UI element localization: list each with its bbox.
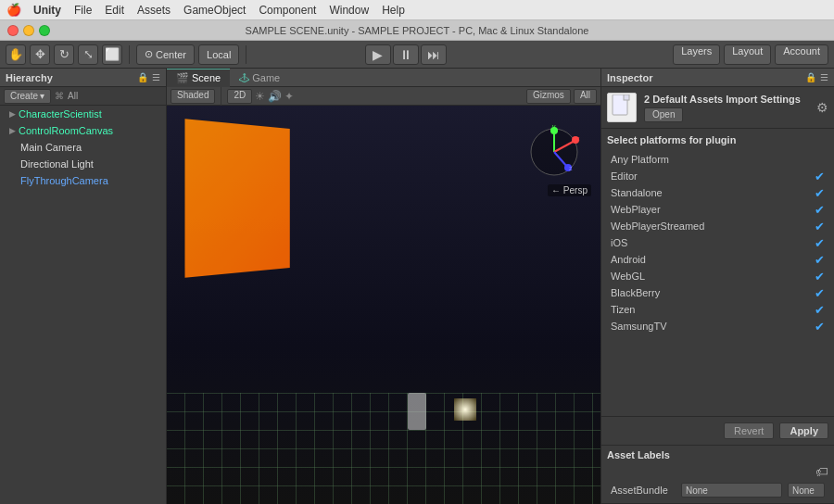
svg-text:y: y — [552, 124, 556, 131]
2d-toggle[interactable]: 2D — [227, 89, 252, 104]
hierarchy-item-characterscientist[interactable]: ▶ CharacterScientist — [0, 106, 166, 122]
menu-assets[interactable]: Assets — [137, 4, 171, 17]
ios-check: ✔ — [815, 236, 825, 250]
inspector-panel: Inspector 🔒 ☰ 2 Default Assets Import Se… — [600, 69, 834, 504]
main-layout: Hierarchy 🔒 ☰ Create ▾ ⌘ All ▶ Character… — [0, 69, 834, 504]
minimize-button[interactable] — [23, 25, 34, 36]
layout-dropdown[interactable]: Layout — [724, 44, 771, 65]
android-check: ✔ — [815, 253, 825, 267]
blackberry-check: ✔ — [815, 286, 825, 300]
assetbundle-label: AssetBundle — [611, 485, 676, 496]
menu-edit[interactable]: Edit — [105, 4, 124, 17]
asset-labels-title: Asset Labels — [607, 449, 828, 460]
hierarchy-item-maincamera[interactable]: Main Camera — [0, 139, 166, 156]
close-button[interactable] — [7, 25, 19, 36]
gizmos-dropdown[interactable]: Gizmos — [526, 89, 571, 104]
hierarchy-menu-icon[interactable]: ☰ — [152, 72, 160, 82]
expand-arrow: ▶ — [9, 126, 19, 135]
platform-webplayer[interactable]: WebPlayer ✔ — [607, 201, 828, 218]
hierarchy-create-btn[interactable]: Create ▾ — [4, 89, 51, 104]
rotate-tool-btn[interactable]: ↻ — [54, 44, 74, 65]
apple-icon[interactable]: 🍎 — [7, 4, 20, 17]
assetbundle-select-2[interactable]: None — [788, 483, 825, 498]
inspector-title: Inspector — [607, 72, 653, 83]
platform-webgl[interactable]: WebGL ✔ — [607, 268, 828, 284]
hierarchy-lock-icon[interactable]: 🔒 — [137, 72, 148, 82]
menu-file[interactable]: File — [74, 4, 92, 17]
platform-android[interactable]: Android ✔ — [607, 251, 828, 268]
editor-check: ✔ — [815, 170, 825, 183]
hand-tool-btn[interactable]: ✋ — [6, 44, 26, 65]
maximize-button[interactable] — [39, 25, 50, 36]
webgl-check: ✔ — [815, 270, 825, 284]
menu-unity[interactable]: Unity — [33, 4, 61, 17]
playmode-controls: ▶ ⏸ ⏭ — [365, 44, 447, 65]
hierarchy-header: Hierarchy 🔒 ☰ — [0, 69, 166, 87]
platform-blackberry[interactable]: BlackBerry ✔ — [607, 284, 828, 301]
hierarchy-item-controlroomcanvas[interactable]: ▶ ControlRoomCanvas — [0, 122, 166, 139]
scale-tool-btn[interactable]: ⤡ — [78, 44, 98, 65]
toolbar-right: Layers Layout Account — [673, 44, 828, 65]
platform-editor[interactable]: Editor ✔ — [607, 168, 828, 184]
audio-icon[interactable]: 🔊 — [268, 90, 282, 103]
fx-icon[interactable]: ✦ — [284, 90, 294, 103]
menu-window[interactable]: Window — [329, 4, 369, 17]
webplayerstreamed-check: ✔ — [815, 220, 825, 233]
play-button[interactable]: ▶ — [365, 44, 391, 65]
platform-webplayerstreamed[interactable]: WebPlayerStreamed ✔ — [607, 218, 828, 234]
tab-scene[interactable]: 🎬 Scene — [167, 69, 230, 87]
step-button[interactable]: ⏭ — [421, 44, 447, 65]
scene-tab-icon: 🎬 — [176, 72, 189, 84]
layers-dropdown[interactable]: Layers — [673, 44, 720, 65]
rect-tool-btn[interactable]: ⬜ — [102, 44, 122, 65]
inspector-gear-icon[interactable]: ⚙ — [816, 100, 828, 115]
inspector-menu-icon[interactable]: ☰ — [820, 72, 828, 82]
scene-viewport[interactable]: y x z ← Persp — [167, 106, 600, 504]
platform-standalone[interactable]: Standalone ✔ — [607, 184, 828, 201]
asset-labels-add-icon[interactable]: 🏷 — [815, 464, 828, 479]
window-controls — [7, 25, 50, 36]
persp-label[interactable]: ← Persp — [548, 184, 591, 196]
hierarchy-panel: Hierarchy 🔒 ☰ Create ▾ ⌘ All ▶ Character… — [0, 69, 167, 504]
menu-help[interactable]: Help — [382, 4, 405, 17]
platform-any[interactable]: Any Platform — [607, 151, 828, 168]
platform-samsungtv[interactable]: SamsungTV ✔ — [607, 318, 828, 334]
hierarchy-toolbar: Create ▾ ⌘ All — [0, 87, 166, 106]
menu-component[interactable]: Component — [259, 4, 316, 17]
open-button[interactable]: Open — [644, 107, 683, 122]
sun-flare — [454, 398, 476, 421]
tab-game[interactable]: 🕹 Game — [230, 69, 289, 87]
titlebar: SAMPLE SCENE.unity - SAMPLE PROJECT - PC… — [0, 20, 834, 41]
local-toggle-btn[interactable]: Local — [198, 44, 239, 65]
hierarchy-item-flythroughcamera[interactable]: FlyThroughCamera — [0, 172, 166, 189]
platforms-title: Select platforms for plugin — [607, 134, 828, 145]
gizmos-group: Gizmos — [526, 89, 571, 104]
hierarchy-all-text: All — [68, 91, 78, 101]
revert-button[interactable]: Revert — [724, 422, 774, 439]
all-dropdown[interactable]: All — [574, 89, 597, 104]
account-dropdown[interactable]: Account — [775, 44, 828, 65]
scene-tabs-bar: 🎬 Scene 🕹 Game — [167, 69, 600, 87]
samsungtv-check: ✔ — [815, 320, 825, 334]
platform-ios[interactable]: iOS ✔ — [607, 234, 828, 251]
scene-axis-gizmo: y x z — [526, 124, 582, 180]
menubar: 🍎 Unity File Edit Assets GameObject Comp… — [0, 0, 834, 20]
lights-icon[interactable]: ☀ — [255, 90, 265, 103]
platform-tizen[interactable]: Tizen ✔ — [607, 301, 828, 318]
apply-button[interactable]: Apply — [779, 422, 828, 439]
asset-info: 2 Default Assets Import Settings Open — [644, 94, 809, 122]
menu-gameobject[interactable]: GameObject — [183, 4, 246, 17]
hierarchy-item-directionallight[interactable]: Directional Light — [0, 156, 166, 172]
inspector-lock-icon[interactable]: 🔒 — [805, 72, 816, 82]
pause-button[interactable]: ⏸ — [393, 44, 419, 65]
shading-dropdown[interactable]: Shaded — [171, 89, 215, 104]
character-figure — [408, 393, 426, 430]
assetbundle-select-1[interactable]: None — [681, 483, 782, 498]
center-toggle-btn[interactable]: ⊙ Center — [136, 44, 195, 65]
asset-file-icon — [607, 93, 637, 122]
orange-wall-object — [184, 119, 289, 278]
move-tool-btn[interactable]: ✥ — [30, 44, 50, 65]
svg-text:z: z — [569, 165, 573, 171]
webplayer-check: ✔ — [815, 203, 825, 217]
assetbundle-row: AssetBundle None None — [607, 481, 828, 499]
